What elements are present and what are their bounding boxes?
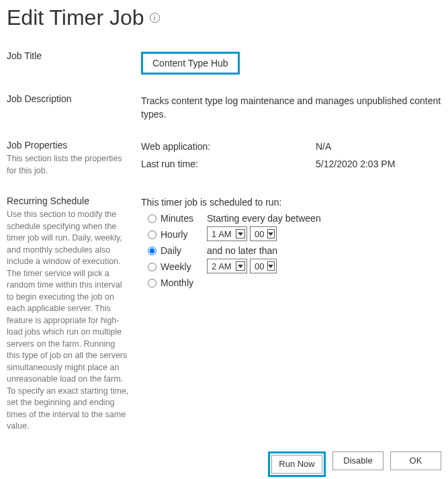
chevron-down-icon	[267, 261, 275, 271]
run-now-highlight: Run Now	[268, 451, 326, 477]
property-row: Last run time: 5/12/2020 2:03 PM	[141, 159, 441, 169]
radio-daily-label: Daily	[161, 245, 181, 256]
radio-weekly[interactable]: Weekly	[148, 261, 193, 272]
section-job-properties: Job Properties This section lists the pr…	[7, 140, 441, 177]
job-title-value: Content Type Hub	[141, 52, 240, 75]
end-label: and no later than	[207, 245, 321, 256]
section-job-description: Job Description Tracks content type log …	[7, 93, 441, 121]
start-label: Starting every day between	[207, 213, 321, 224]
property-value: 5/12/2020 2:03 PM	[316, 159, 395, 169]
page-title: Edit Timer Job i	[7, 5, 441, 30]
schedule-label: Recurring Schedule	[7, 195, 129, 206]
radio-minutes[interactable]: Minutes	[148, 213, 193, 224]
property-label: Last run time:	[141, 159, 316, 169]
end-min-select[interactable]: 00	[250, 259, 277, 273]
radio-monthly-label: Monthly	[161, 277, 193, 288]
end-hour-select[interactable]: 2 AM	[207, 259, 247, 273]
time-block: Starting every day between 1 AM 00 and n…	[207, 213, 321, 288]
property-label: Web application:	[141, 141, 316, 152]
radio-daily-input[interactable]	[148, 247, 156, 255]
end-min-value: 00	[255, 261, 264, 271]
info-icon[interactable]: i	[150, 13, 160, 23]
end-hour-value: 2 AM	[212, 261, 232, 271]
radio-minutes-label: Minutes	[161, 213, 193, 224]
property-value: N/A	[316, 141, 331, 152]
start-min-value: 00	[255, 229, 264, 239]
property-row: Web application: N/A	[141, 141, 441, 152]
radio-hourly-label: Hourly	[161, 229, 187, 240]
schedule-radio-list: Minutes Hourly Daily Weekly Monthly	[141, 213, 193, 288]
radio-hourly-input[interactable]	[148, 230, 156, 239]
ok-button[interactable]: OK	[390, 451, 441, 470]
job-description-label: Job Description	[7, 93, 129, 104]
radio-monthly[interactable]: Monthly	[148, 277, 193, 288]
chevron-down-icon	[236, 261, 245, 271]
section-job-title: Job Title Content Type Hub	[7, 50, 441, 75]
run-now-button[interactable]: Run Now	[271, 455, 322, 474]
radio-daily[interactable]: Daily	[148, 245, 193, 256]
job-description-value: Tracks content type log maintenance and …	[141, 95, 441, 121]
radio-monthly-input[interactable]	[148, 279, 156, 288]
disable-button[interactable]: Disable	[332, 451, 384, 470]
job-title-label: Job Title	[7, 50, 129, 61]
start-hour-select[interactable]: 1 AM	[207, 226, 247, 241]
page-title-text: Edit Timer Job	[7, 5, 144, 30]
section-schedule: Recurring Schedule Use this section to m…	[7, 195, 441, 433]
job-properties-label: Job Properties	[7, 140, 129, 150]
start-min-select[interactable]: 00	[250, 226, 277, 241]
radio-weekly-label: Weekly	[161, 261, 191, 272]
radio-hourly[interactable]: Hourly	[148, 229, 193, 240]
schedule-intro: This timer job is scheduled to run:	[141, 197, 441, 208]
chevron-down-icon	[267, 229, 275, 238]
start-hour-value: 1 AM	[212, 229, 232, 239]
radio-weekly-input[interactable]	[148, 263, 156, 271]
schedule-help: Use this section to modify the schedule …	[7, 209, 129, 433]
button-bar: Run Now Disable OK	[7, 451, 441, 477]
chevron-down-icon	[236, 229, 245, 238]
radio-minutes-input[interactable]	[148, 214, 156, 223]
job-properties-help: This section lists the properties for th…	[7, 153, 129, 177]
